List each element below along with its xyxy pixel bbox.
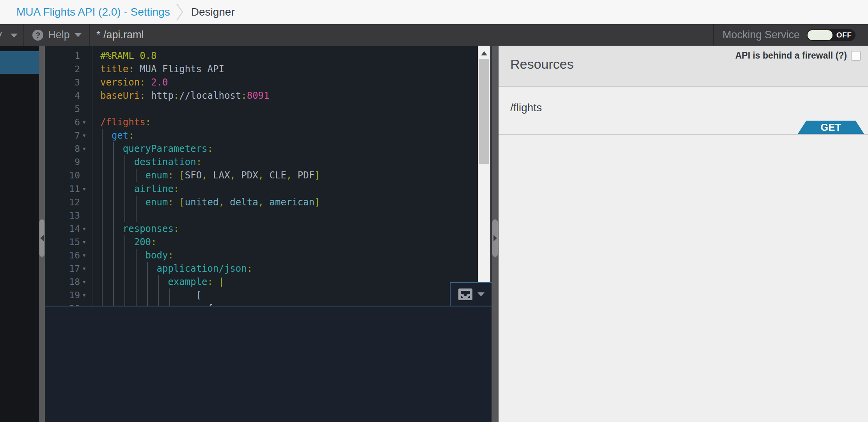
code-text: airline:: [100, 182, 179, 196]
indent-guide: [136, 209, 137, 222]
chevron-down-icon: [11, 34, 18, 37]
firewall-checkbox[interactable]: [851, 51, 861, 61]
code-line: 14▾ responses:: [45, 222, 478, 235]
resource-path: /flights: [510, 101, 542, 114]
help-icon: ?: [32, 30, 43, 41]
fold-caret-icon[interactable]: ▾: [83, 275, 86, 288]
firewall-label: API is behind a firewall (?): [735, 50, 847, 61]
line-number: 15: [45, 235, 80, 249]
shelf-expander-button[interactable]: [450, 282, 492, 306]
collapse-right-handle[interactable]: [492, 219, 498, 257]
line-number: 1: [45, 49, 80, 62]
code-line: 8▾ queryParameters:: [45, 142, 478, 155]
code-line: 18▾ example: |: [45, 275, 478, 288]
fold-caret-icon[interactable]: ▾: [83, 129, 86, 142]
code-line: 6▾/flights:: [45, 116, 478, 129]
line-number: 9: [45, 155, 80, 169]
scrollbar-thumb[interactable]: [479, 59, 489, 164]
indent-guide: [102, 209, 103, 222]
code-line: 4baseUri: http://localhost:8091: [45, 89, 478, 102]
raml-code-editor[interactable]: 1#%RAML 0.82title: MUA Flights API3versi…: [45, 46, 478, 306]
editor-area: 1#%RAML 0.82title: MUA Flights API3versi…: [45, 46, 492, 422]
code-text: title: MUA Flights API: [100, 62, 224, 76]
shelf-panel: [45, 306, 492, 422]
code-line: 2title: MUA Flights API: [45, 62, 478, 76]
code-line: 7▾ get:: [45, 129, 478, 142]
code-text: [: [100, 288, 202, 302]
breadcrumb-chevron-icon: [176, 2, 184, 22]
left-panel-divider: [39, 46, 45, 422]
code-text: #%RAML 0.8: [100, 49, 157, 62]
code-text: example: |: [100, 275, 224, 288]
code-line: 17▾ application/json:: [45, 262, 478, 275]
scroll-up-icon[interactable]: [481, 51, 487, 55]
line-number: 7: [45, 129, 80, 142]
line-number: 20: [45, 302, 80, 306]
editor-scrollbar[interactable]: [478, 46, 490, 282]
tray-icon: [458, 288, 473, 301]
code-text: responses:: [100, 222, 179, 235]
code-line: 9 destination:: [45, 155, 478, 169]
code-line: 3version: 2.0: [45, 76, 478, 89]
resources-panel: Resources API is behind a firewall (?) /…: [499, 46, 868, 422]
code-line: 16▾ body:: [45, 249, 478, 262]
breadcrumb-settings-link[interactable]: MUA Flights API (2.0) - Settings: [16, 6, 170, 18]
fold-caret-icon[interactable]: ▾: [83, 288, 86, 302]
code-line: 12 enum: [united, delta, american]: [45, 196, 478, 209]
code-text: version: 2.0: [100, 76, 168, 89]
code-text: /flights:: [100, 116, 151, 129]
line-number: 11: [45, 182, 80, 196]
fold-caret-icon[interactable]: ▾: [83, 235, 86, 249]
line-number: 12: [45, 196, 80, 209]
toggle-knob: [808, 30, 832, 40]
code-text: enum: [SFO, LAX, PDX, CLE, PDF]: [100, 169, 320, 182]
line-number: 14: [45, 222, 80, 235]
line-number: 8: [45, 142, 80, 155]
line-number: 5: [45, 102, 80, 116]
indent-guide: [113, 209, 114, 222]
sidebar-selected-item[interactable]: [0, 51, 39, 74]
fold-caret-icon[interactable]: ▾: [83, 262, 86, 275]
api-designer-app: MUA Flights API (2.0) - Settings Designe…: [0, 0, 868, 422]
firewall-option: API is behind a firewall (?): [735, 50, 861, 61]
collapse-left-handle[interactable]: [39, 219, 44, 257]
chevron-down-icon: [75, 33, 82, 37]
fold-caret-icon[interactable]: ▾: [83, 302, 86, 306]
fold-caret-icon[interactable]: ▾: [83, 142, 86, 155]
file-tab-api-raml[interactable]: * /api.raml: [96, 24, 144, 46]
resources-title: Resources: [510, 57, 574, 72]
code-text: enum: [united, delta, american]: [100, 196, 320, 209]
code-line: 15▾ 200:: [45, 235, 478, 249]
fold-caret-icon[interactable]: ▾: [83, 222, 86, 235]
resource-row-flights: /flights GET: [499, 87, 868, 135]
project-menu-button[interactable]: y: [0, 24, 24, 46]
code-line: 11▾ airline:: [45, 182, 478, 196]
mocking-service-label: Mocking Service: [722, 29, 800, 41]
editor-toolbar: y ? Help * /api.raml Mocking Service OFF: [0, 24, 868, 46]
indent-guide: [124, 209, 125, 222]
fold-caret-icon[interactable]: ▾: [83, 182, 86, 196]
right-panel-divider: [492, 46, 499, 422]
code-text: queryParameters:: [100, 142, 213, 155]
code-line: 10 enum: [SFO, LAX, PDX, CLE, PDF]: [45, 169, 478, 182]
collapse-right-icon: [493, 235, 497, 241]
fold-caret-icon[interactable]: ▾: [83, 116, 86, 129]
help-label: Help: [48, 29, 70, 41]
line-number: 6: [45, 116, 80, 129]
help-button[interactable]: ? Help: [25, 24, 90, 46]
breadcrumb-current-page: Designer: [191, 6, 235, 18]
line-number: 17: [45, 262, 80, 275]
line-number: 2: [45, 62, 80, 76]
line-number: 10: [45, 169, 80, 182]
mocking-service-toggle[interactable]: OFF: [807, 29, 856, 41]
line-number: 13: [45, 209, 80, 222]
line-number: 18: [45, 275, 80, 288]
resources-header: Resources API is behind a firewall (?): [499, 46, 868, 87]
fold-caret-icon[interactable]: ▾: [83, 249, 86, 262]
get-method-button[interactable]: GET: [798, 121, 864, 134]
collapse-left-icon: [40, 235, 44, 241]
code-line: 20▾ {: [45, 302, 478, 306]
code-text: body:: [100, 249, 174, 262]
code-line: 5: [45, 102, 478, 116]
code-text: baseUri: http://localhost:8091: [100, 89, 270, 102]
